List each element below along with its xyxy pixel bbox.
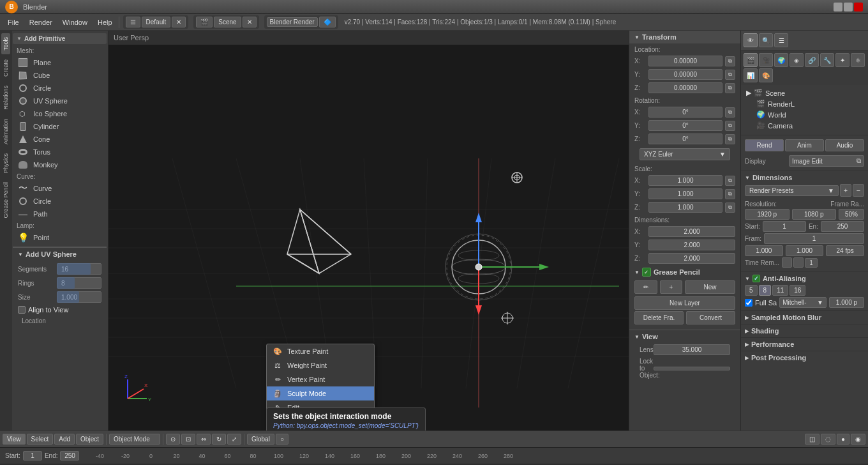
viewport[interactable]: User Persp xyxy=(108,31,629,431)
res-pct-input[interactable]: 50% xyxy=(839,209,864,220)
mode-select[interactable]: Object Mode xyxy=(109,434,160,445)
performance-header[interactable]: Performance xyxy=(745,340,864,348)
loc-y-copy[interactable]: ⧉ xyxy=(725,70,735,80)
add-btn[interactable]: Add xyxy=(54,434,75,445)
select-btn[interactable]: Select xyxy=(27,434,54,445)
rotation-y-input[interactable]: 0° xyxy=(648,120,722,131)
mesh-cube[interactable]: Cube xyxy=(13,69,107,82)
aa-val-11[interactable]: 11 xyxy=(772,285,788,296)
menu-window[interactable]: Window xyxy=(57,17,93,28)
fps-input[interactable]: 24 fps xyxy=(826,245,864,256)
time-rem-input[interactable]: 1 xyxy=(805,258,818,268)
prop-icon-world[interactable]: 🌍 xyxy=(774,53,788,67)
mesh-torus[interactable]: Torus xyxy=(13,146,107,158)
frame-current-input[interactable]: 1 xyxy=(764,233,864,244)
rotation-z-input[interactable]: 0° xyxy=(648,133,722,144)
render-icon-btn[interactable]: 🎬 xyxy=(196,17,213,27)
lens-input[interactable]: 35.000 xyxy=(654,344,730,355)
grease-icon-btn[interactable]: ✏ xyxy=(634,280,657,294)
scene-item-world[interactable]: 🌍 World xyxy=(744,109,865,120)
rend-tab[interactable]: Rend xyxy=(745,139,784,151)
aa-header[interactable]: Anti-Aliasing xyxy=(745,275,864,282)
prop-icon-particles[interactable]: ✦ xyxy=(835,53,849,67)
post-processing-header[interactable]: Post Processing xyxy=(745,354,864,362)
mode-close[interactable]: ✕ xyxy=(172,17,186,27)
grease-plus-btn[interactable]: + xyxy=(660,280,683,294)
location-z-input[interactable]: 0.00000 xyxy=(648,82,722,93)
icon-mode-btn[interactable]: ☰ xyxy=(126,17,140,27)
mesh-icosphere[interactable]: ⬡ Ico Sphere xyxy=(13,107,107,120)
menu-render[interactable]: Render xyxy=(24,17,57,28)
ctx-texture-paint[interactable]: 🎨 Texture Paint xyxy=(267,344,374,358)
overlay-btn[interactable]: ◫ xyxy=(805,434,819,445)
audio-tab[interactable]: Audio xyxy=(825,139,864,151)
global-select[interactable]: Global xyxy=(247,434,274,445)
wireframe-btn[interactable]: ◌ xyxy=(821,434,835,445)
ctx-vertex-paint[interactable]: ✏ Vertex Paint xyxy=(267,372,374,386)
tab-physics[interactable]: Physics xyxy=(1,149,10,177)
loc-x-copy[interactable]: ⧉ xyxy=(725,56,735,66)
display-value[interactable]: Image Edit ⧉ xyxy=(789,155,864,167)
aa-filter-input[interactable]: 1.000 p xyxy=(829,297,864,308)
solid-btn[interactable]: ● xyxy=(837,434,849,445)
dim-z-input[interactable]: 2.000 xyxy=(648,253,735,264)
props-view-btn[interactable]: 👁 xyxy=(744,33,758,47)
lock-input[interactable] xyxy=(654,367,730,370)
scale-y-input[interactable]: 1.000 xyxy=(648,188,722,199)
aa-checkbox[interactable] xyxy=(752,275,760,282)
res-x-input[interactable]: 1920 p xyxy=(745,209,789,220)
location-x-input[interactable]: 0.00000 xyxy=(648,56,722,66)
scene-item-renderl[interactable]: 🎬 RenderL xyxy=(744,98,865,109)
pivot-btn[interactable]: ⊙ xyxy=(166,434,180,445)
rot-x-copy[interactable]: ⧉ xyxy=(725,107,735,118)
mesh-circle[interactable]: Circle xyxy=(13,82,107,95)
res-y-input[interactable]: 1080 p xyxy=(792,209,837,220)
prop-icon-data[interactable]: 📊 xyxy=(744,68,758,82)
maximize-button[interactable] xyxy=(844,3,853,11)
dim-y-input[interactable]: 2.000 xyxy=(648,240,735,250)
mesh-cone[interactable]: Cone xyxy=(13,133,107,146)
curve-path[interactable]: — Path xyxy=(13,208,107,220)
menu-file[interactable]: File xyxy=(3,17,24,28)
tab-tools[interactable]: Tools xyxy=(1,33,10,54)
scale-x-copy[interactable]: ⧉ xyxy=(725,176,735,186)
scene-close[interactable]: ✕ xyxy=(243,17,257,27)
aspect-y-input[interactable]: 1.000 xyxy=(786,245,824,256)
scale-z-copy[interactable]: ⧉ xyxy=(725,202,735,213)
aspect-x-input[interactable]: 1.000 xyxy=(745,245,783,256)
rot-y-copy[interactable]: ⧉ xyxy=(725,121,735,131)
transform-btn[interactable]: ⇔ xyxy=(197,434,211,445)
size-value[interactable]: 1.000 xyxy=(57,291,101,303)
lamp-point[interactable]: 💡 Point xyxy=(13,231,107,244)
scene-item-camera[interactable]: 🎥 Camera xyxy=(744,120,865,131)
prop-icon-render[interactable]: 🎬 xyxy=(744,53,758,67)
curve-circle[interactable]: Circle xyxy=(13,195,107,208)
uvsphere-section-header[interactable]: Add UV Sphere xyxy=(18,250,101,258)
render-section-header[interactable]: Dimensions xyxy=(745,174,864,181)
aa-val-5[interactable]: 5 xyxy=(745,285,758,296)
segments-slider[interactable]: 16 xyxy=(57,263,101,275)
prop-icon-material[interactable]: 🎨 xyxy=(759,68,773,82)
snap-btn[interactable]: ⊡ xyxy=(181,434,195,445)
grease-delete-btn[interactable]: Delete Fra. xyxy=(634,311,684,324)
dim-x-input[interactable]: 2.000 xyxy=(648,226,735,237)
ctx-sculpt-mode[interactable]: 🗿 Sculpt Mode xyxy=(267,386,374,400)
mesh-cylinder[interactable]: Cylinder xyxy=(13,120,107,133)
aa-val-16[interactable]: 16 xyxy=(789,285,805,296)
add-primitive-header[interactable]: Add Primitive xyxy=(13,33,107,44)
view-section-header[interactable]: View xyxy=(634,333,735,340)
grease-new-btn[interactable]: New xyxy=(685,280,735,294)
render-presets-remove[interactable]: − xyxy=(853,184,864,197)
render-preview-btn[interactable]: ◉ xyxy=(851,434,865,445)
prop-icon-scene[interactable]: 🎥 xyxy=(759,53,773,67)
close-button[interactable] xyxy=(854,3,863,11)
aa-filter-select[interactable]: Mitchell- ▼ xyxy=(779,297,827,308)
menu-help[interactable]: Help xyxy=(93,17,117,28)
scene-label[interactable]: Scene xyxy=(214,17,241,27)
mode-label[interactable]: Default xyxy=(142,17,171,27)
props-search-btn[interactable]: 🔍 xyxy=(759,33,773,47)
grease-new-layer-btn[interactable]: New Layer xyxy=(634,296,735,310)
mesh-uvsphere[interactable]: UV Sphere xyxy=(13,95,107,107)
scale-z-input[interactable]: 1.000 xyxy=(648,202,722,213)
prop-icon-physics[interactable]: ⚛ xyxy=(851,53,865,67)
